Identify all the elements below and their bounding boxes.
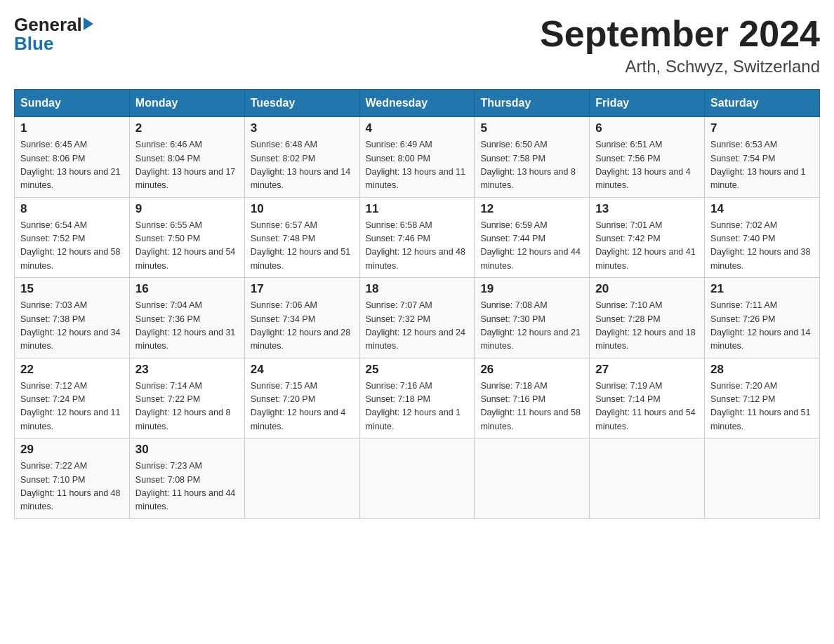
day-number: 15 xyxy=(20,282,124,296)
calendar-cell: 1Sunrise: 6:45 AMSunset: 8:06 PMDaylight… xyxy=(15,117,130,198)
day-number: 24 xyxy=(251,363,354,377)
day-number: 12 xyxy=(480,202,583,216)
calendar-cell: 5Sunrise: 6:50 AMSunset: 7:58 PMDaylight… xyxy=(475,117,590,198)
day-number: 9 xyxy=(135,202,239,216)
day-info: Sunrise: 7:04 AMSunset: 7:36 PMDaylight:… xyxy=(135,299,239,354)
day-info: Sunrise: 6:50 AMSunset: 7:58 PMDaylight:… xyxy=(480,138,583,193)
location-title: Arth, Schwyz, Switzerland xyxy=(540,57,820,76)
calendar-cell: 18Sunrise: 7:07 AMSunset: 7:32 PMDayligh… xyxy=(359,278,475,358)
day-info: Sunrise: 7:06 AMSunset: 7:34 PMDaylight:… xyxy=(251,299,354,354)
day-number: 10 xyxy=(251,202,354,216)
day-number: 29 xyxy=(20,443,124,457)
calendar-cell: 3Sunrise: 6:48 AMSunset: 8:02 PMDaylight… xyxy=(244,117,359,198)
day-number: 30 xyxy=(135,443,239,457)
day-info: Sunrise: 6:55 AMSunset: 7:50 PMDaylight:… xyxy=(135,219,239,274)
day-info: Sunrise: 7:10 AMSunset: 7:28 PMDaylight:… xyxy=(595,299,699,354)
day-info: Sunrise: 6:51 AMSunset: 7:56 PMDaylight:… xyxy=(595,138,699,193)
calendar-cell: 19Sunrise: 7:08 AMSunset: 7:30 PMDayligh… xyxy=(475,278,590,358)
calendar-cell: 9Sunrise: 6:55 AMSunset: 7:50 PMDaylight… xyxy=(129,197,244,278)
day-info: Sunrise: 6:53 AMSunset: 7:54 PMDaylight:… xyxy=(710,138,814,193)
calendar-cell xyxy=(359,438,475,519)
calendar-cell: 8Sunrise: 6:54 AMSunset: 7:52 PMDaylight… xyxy=(15,197,130,278)
day-number: 18 xyxy=(366,282,469,296)
day-info: Sunrise: 6:59 AMSunset: 7:44 PMDaylight:… xyxy=(480,219,583,274)
day-info: Sunrise: 6:57 AMSunset: 7:48 PMDaylight:… xyxy=(251,219,354,274)
calendar-cell: 27Sunrise: 7:19 AMSunset: 7:14 PMDayligh… xyxy=(590,358,705,438)
day-number: 19 xyxy=(480,282,583,296)
day-number: 23 xyxy=(135,363,239,377)
logo-arrow-icon xyxy=(84,18,93,30)
calendar-cell: 30Sunrise: 7:23 AMSunset: 7:08 PMDayligh… xyxy=(129,438,244,519)
day-number: 14 xyxy=(710,202,814,216)
day-number: 25 xyxy=(366,363,469,377)
day-number: 27 xyxy=(595,363,699,377)
day-info: Sunrise: 7:07 AMSunset: 7:32 PMDaylight:… xyxy=(366,299,469,354)
day-info: Sunrise: 7:12 AMSunset: 7:24 PMDaylight:… xyxy=(20,380,124,434)
day-info: Sunrise: 6:49 AMSunset: 8:00 PMDaylight:… xyxy=(366,138,469,193)
calendar-cell xyxy=(590,438,705,519)
day-info: Sunrise: 7:19 AMSunset: 7:14 PMDaylight:… xyxy=(595,380,699,434)
calendar-week-row: 1Sunrise: 6:45 AMSunset: 8:06 PMDaylight… xyxy=(15,117,820,198)
calendar-week-row: 29Sunrise: 7:22 AMSunset: 7:10 PMDayligh… xyxy=(15,438,820,519)
calendar-cell xyxy=(705,438,820,519)
day-info: Sunrise: 7:20 AMSunset: 7:12 PMDaylight:… xyxy=(710,380,814,434)
day-info: Sunrise: 7:11 AMSunset: 7:26 PMDaylight:… xyxy=(710,299,814,354)
day-number: 6 xyxy=(595,121,699,135)
calendar-cell: 7Sunrise: 6:53 AMSunset: 7:54 PMDaylight… xyxy=(705,117,820,198)
col-header-tuesday: Tuesday xyxy=(244,90,359,117)
calendar-table: SundayMondayTuesdayWednesdayThursdayFrid… xyxy=(14,89,820,519)
calendar-cell: 22Sunrise: 7:12 AMSunset: 7:24 PMDayligh… xyxy=(15,358,130,438)
logo: General Blue xyxy=(14,14,93,55)
day-info: Sunrise: 7:03 AMSunset: 7:38 PMDaylight:… xyxy=(20,299,124,354)
calendar-week-row: 22Sunrise: 7:12 AMSunset: 7:24 PMDayligh… xyxy=(15,358,820,438)
day-info: Sunrise: 7:16 AMSunset: 7:18 PMDaylight:… xyxy=(366,380,469,434)
calendar-cell: 4Sunrise: 6:49 AMSunset: 8:00 PMDaylight… xyxy=(359,117,475,198)
day-info: Sunrise: 6:45 AMSunset: 8:06 PMDaylight:… xyxy=(20,138,124,193)
col-header-sunday: Sunday xyxy=(15,90,130,117)
day-number: 21 xyxy=(710,282,814,296)
calendar-cell: 16Sunrise: 7:04 AMSunset: 7:36 PMDayligh… xyxy=(129,278,244,358)
day-number: 3 xyxy=(251,121,354,135)
calendar-cell: 17Sunrise: 7:06 AMSunset: 7:34 PMDayligh… xyxy=(244,278,359,358)
day-info: Sunrise: 7:23 AMSunset: 7:08 PMDaylight:… xyxy=(135,459,239,514)
page-header: General Blue September 2024 Arth, Schwyz… xyxy=(14,14,820,76)
calendar-cell: 12Sunrise: 6:59 AMSunset: 7:44 PMDayligh… xyxy=(475,197,590,278)
day-info: Sunrise: 6:54 AMSunset: 7:52 PMDaylight:… xyxy=(20,219,124,274)
col-header-wednesday: Wednesday xyxy=(359,90,475,117)
calendar-cell: 23Sunrise: 7:14 AMSunset: 7:22 PMDayligh… xyxy=(129,358,244,438)
day-number: 17 xyxy=(251,282,354,296)
calendar-header-row: SundayMondayTuesdayWednesdayThursdayFrid… xyxy=(15,90,820,117)
month-title: September 2024 xyxy=(540,14,820,54)
col-header-saturday: Saturday xyxy=(705,90,820,117)
col-header-thursday: Thursday xyxy=(475,90,590,117)
col-header-friday: Friday xyxy=(590,90,705,117)
calendar-week-row: 8Sunrise: 6:54 AMSunset: 7:52 PMDaylight… xyxy=(15,197,820,278)
day-number: 16 xyxy=(135,282,239,296)
calendar-cell: 25Sunrise: 7:16 AMSunset: 7:18 PMDayligh… xyxy=(359,358,475,438)
day-number: 8 xyxy=(20,202,124,216)
day-info: Sunrise: 6:48 AMSunset: 8:02 PMDaylight:… xyxy=(251,138,354,193)
calendar-cell: 13Sunrise: 7:01 AMSunset: 7:42 PMDayligh… xyxy=(590,197,705,278)
day-info: Sunrise: 7:01 AMSunset: 7:42 PMDaylight:… xyxy=(595,219,699,274)
calendar-cell: 21Sunrise: 7:11 AMSunset: 7:26 PMDayligh… xyxy=(705,278,820,358)
calendar-cell: 29Sunrise: 7:22 AMSunset: 7:10 PMDayligh… xyxy=(15,438,130,519)
calendar-cell xyxy=(475,438,590,519)
calendar-cell: 11Sunrise: 6:58 AMSunset: 7:46 PMDayligh… xyxy=(359,197,475,278)
day-number: 11 xyxy=(366,202,469,216)
calendar-cell: 20Sunrise: 7:10 AMSunset: 7:28 PMDayligh… xyxy=(590,278,705,358)
day-number: 22 xyxy=(20,363,124,377)
day-info: Sunrise: 7:15 AMSunset: 7:20 PMDaylight:… xyxy=(251,380,354,434)
calendar-cell: 26Sunrise: 7:18 AMSunset: 7:16 PMDayligh… xyxy=(475,358,590,438)
day-number: 4 xyxy=(366,121,469,135)
day-number: 7 xyxy=(710,121,814,135)
col-header-monday: Monday xyxy=(129,90,244,117)
calendar-cell: 6Sunrise: 6:51 AMSunset: 7:56 PMDaylight… xyxy=(590,117,705,198)
day-number: 2 xyxy=(135,121,239,135)
title-block: September 2024 Arth, Schwyz, Switzerland xyxy=(540,14,820,76)
day-info: Sunrise: 7:02 AMSunset: 7:40 PMDaylight:… xyxy=(710,219,814,274)
day-info: Sunrise: 7:18 AMSunset: 7:16 PMDaylight:… xyxy=(480,380,583,434)
calendar-cell: 28Sunrise: 7:20 AMSunset: 7:12 PMDayligh… xyxy=(705,358,820,438)
calendar-cell: 15Sunrise: 7:03 AMSunset: 7:38 PMDayligh… xyxy=(15,278,130,358)
day-number: 28 xyxy=(710,363,814,377)
day-info: Sunrise: 7:22 AMSunset: 7:10 PMDaylight:… xyxy=(20,459,124,514)
